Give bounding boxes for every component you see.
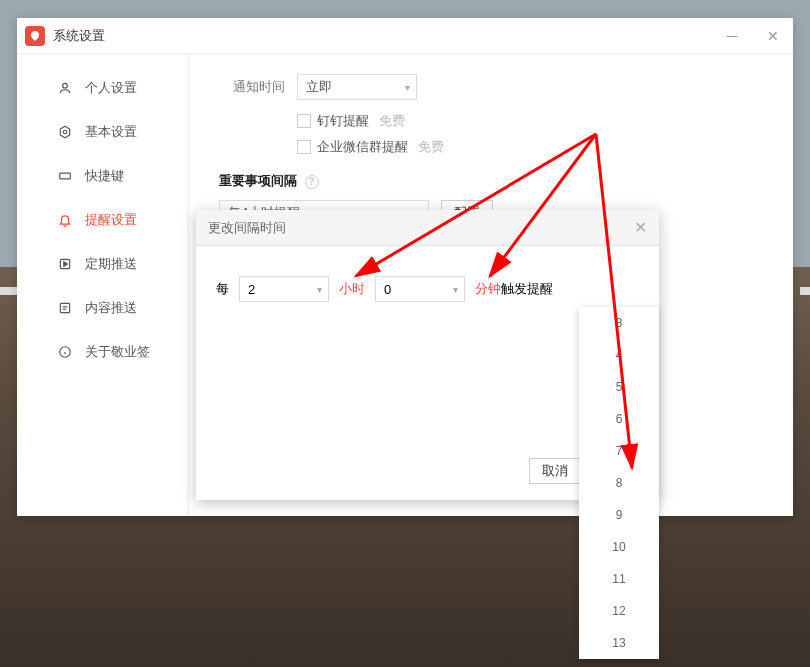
svg-marker-1	[60, 126, 69, 138]
interval-inputs-row: 每 2 小时 0 分钟触发提醒	[216, 276, 639, 302]
info-icon	[57, 345, 73, 359]
keyboard-icon	[57, 169, 73, 183]
svg-point-2	[63, 130, 67, 134]
gear-icon	[57, 125, 73, 139]
svg-point-0	[63, 83, 68, 88]
person-icon	[57, 81, 73, 95]
minute-trigger-label: 分钟触发提醒	[475, 280, 553, 298]
sidebar-item-0[interactable]: 个人设置	[17, 66, 188, 110]
free-badge: 免费	[418, 138, 444, 156]
titlebar: 系统设置 ─ ✕	[17, 18, 793, 54]
sidebar-item-label: 定期推送	[85, 255, 137, 273]
sidebar: 个人设置基本设置快捷键提醒设置定期推送内容推送关于敬业签	[17, 54, 189, 516]
minutes-select[interactable]: 0	[375, 276, 465, 302]
cancel-button[interactable]: 取消	[529, 458, 581, 484]
sidebar-item-3[interactable]: 提醒设置	[17, 198, 188, 242]
minutes-dropdown[interactable]: 345678910111213	[579, 307, 659, 659]
hour-label: 小时	[339, 280, 365, 298]
hours-select[interactable]: 2	[239, 276, 329, 302]
dropdown-option[interactable]: 6	[579, 403, 659, 435]
dropdown-option[interactable]: 13	[579, 627, 659, 659]
sidebar-item-label: 个人设置	[85, 79, 137, 97]
dialog-header: 更改间隔时间 ✕	[196, 210, 659, 246]
svg-rect-3	[60, 173, 71, 179]
square-icon	[57, 301, 73, 315]
help-icon[interactable]: ?	[305, 175, 319, 189]
reminder-row-1: 企业微信群提醒免费	[297, 138, 763, 156]
sidebar-item-1[interactable]: 基本设置	[17, 110, 188, 154]
sidebar-item-label: 关于敬业签	[85, 343, 150, 361]
free-badge: 免费	[379, 112, 405, 130]
dialog-close-icon[interactable]: ✕	[634, 218, 647, 237]
sidebar-item-2[interactable]: 快捷键	[17, 154, 188, 198]
section-important-interval: 重要事项间隔 ?	[219, 172, 763, 190]
dropdown-option[interactable]: 9	[579, 499, 659, 531]
dropdown-option[interactable]: 10	[579, 531, 659, 563]
sidebar-item-label: 内容推送	[85, 299, 137, 317]
window-controls: ─ ✕	[721, 26, 785, 46]
dialog-title: 更改间隔时间	[208, 219, 286, 237]
svg-rect-8	[60, 303, 69, 312]
play-icon	[57, 257, 73, 271]
notify-time-select[interactable]: 立即	[297, 74, 417, 100]
dropdown-option[interactable]: 8	[579, 467, 659, 499]
svg-marker-7	[64, 262, 68, 267]
dropdown-option[interactable]: 11	[579, 563, 659, 595]
reminder-label: 企业微信群提醒	[317, 138, 408, 156]
sidebar-item-label: 基本设置	[85, 123, 137, 141]
sidebar-item-label: 快捷键	[85, 167, 124, 185]
dropdown-option[interactable]: 4	[579, 339, 659, 371]
notify-time-row: 通知时间 立即	[219, 74, 763, 100]
notify-time-label: 通知时间	[219, 78, 297, 96]
sidebar-item-5[interactable]: 内容推送	[17, 286, 188, 330]
every-label: 每	[216, 280, 229, 298]
reminder-row-0: 钉钉提醒免费	[297, 112, 763, 130]
dropdown-option[interactable]: 7	[579, 435, 659, 467]
reminder-label: 钉钉提醒	[317, 112, 369, 130]
dropdown-option[interactable]: 5	[579, 371, 659, 403]
reminder-checkbox[interactable]	[297, 114, 311, 128]
dropdown-option[interactable]: 12	[579, 595, 659, 627]
dropdown-option[interactable]: 3	[579, 307, 659, 339]
reminder-checkbox[interactable]	[297, 140, 311, 154]
bell-icon	[57, 213, 73, 227]
window-title: 系统设置	[53, 27, 105, 45]
minimize-button[interactable]: ─	[721, 26, 743, 46]
sidebar-item-6[interactable]: 关于敬业签	[17, 330, 188, 374]
close-button[interactable]: ✕	[761, 26, 785, 46]
app-logo-icon	[25, 26, 45, 46]
sidebar-item-label: 提醒设置	[85, 211, 137, 229]
sidebar-item-4[interactable]: 定期推送	[17, 242, 188, 286]
